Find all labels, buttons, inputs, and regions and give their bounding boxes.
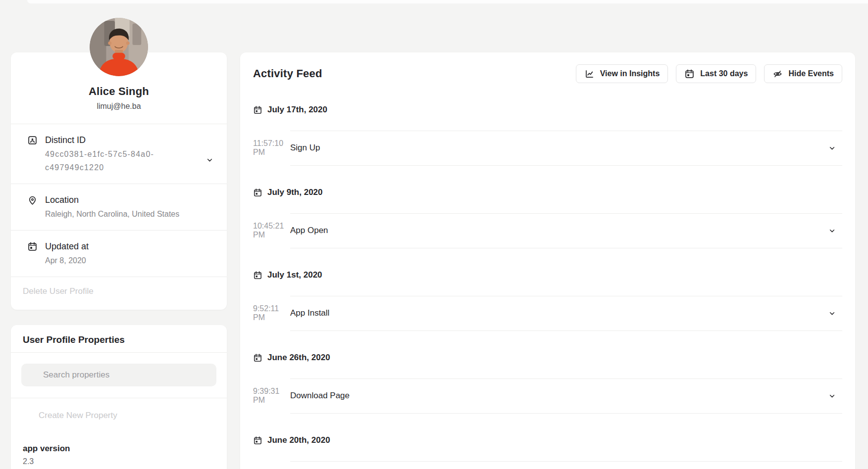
property-list: app version 2.3 [11,432,227,469]
event-time: 9:39:31 PM [253,387,290,405]
chevron-down-icon[interactable] [828,144,836,152]
property-item: app version 2.3 [11,432,227,466]
profile-fields: Distinct ID 49cc0381-e1fc-57c5-84a0-c497… [11,124,227,277]
id-card-icon [27,135,38,145]
date-header: July 17th, 2020 [253,100,842,120]
profile-field-label: Updated at [45,240,89,253]
profile-field-value: 49cc0381-e1fc-57c5-84a0-c497949c1220 [45,147,182,174]
event-time: 9:52:11 PM [253,304,290,322]
search-properties-box[interactable] [21,364,216,386]
user-name: Alice Singh [21,85,217,98]
button-label: View in Insights [600,69,660,78]
profile-field-label: Distinct ID [45,134,182,147]
divider [290,413,842,414]
chevron-down-icon[interactable] [828,309,836,318]
feed-date-group: July 1st, 2020 9:52:11 PM App Install [253,265,842,331]
delete-user-profile-button[interactable]: Delete User Profile [11,277,227,310]
feed-date-group: June 26th, 2020 9:39:31 PM Download Page [253,348,842,414]
properties-title: User Profile Properties [11,325,227,353]
calendar-icon [253,353,262,363]
search-icon [28,371,37,380]
profile-field-text: Location Raleigh, North Carolina, United… [45,193,179,221]
calendar-icon [27,241,38,252]
profile-field-value: Apr 8, 2020 [45,254,89,267]
activity-feed-header: Activity Feed View in Insights Last 30 d… [253,52,842,83]
top-scroll-band [27,0,868,3]
feed-groups: July 17th, 2020 11:57:10 PM Sign Up July… [253,100,842,462]
hide-events-button[interactable]: Hide Events [764,64,842,83]
date-label: July 17th, 2020 [267,105,327,115]
activity-feed-card: Activity Feed View in Insights Last 30 d… [240,52,855,469]
feed-actions: View in Insights Last 30 days Hide Event… [576,64,842,83]
property-item-wrap: app version 2.3 [11,432,227,469]
event-list: 9:52:11 PM App Install [253,296,842,330]
user-profile-properties-card: User Profile Properties Create New Prope… [11,325,227,469]
feed-date-group: June 20th, 2020 [253,430,842,462]
date-label: June 20th, 2020 [267,435,330,445]
insights-chart-icon [584,69,595,79]
last-30-days-button[interactable]: Last 30 days [676,64,756,83]
profile-field-updated-at: Updated at Apr 8, 2020 [11,230,227,277]
view-in-insights-button[interactable]: View in Insights [576,64,668,83]
profile-sidebar: Alice Singh limuj@he.ba Distinct ID 49cc… [11,52,227,469]
property-value: 2.3 [23,457,215,466]
profile-field-value: Raleigh, North Carolina, United States [45,207,179,221]
divider [290,165,842,166]
feed-date-group: July 17th, 2020 11:57:10 PM Sign Up [253,100,842,166]
chevron-down-icon[interactable] [828,392,836,400]
date-header: July 1st, 2020 [253,265,842,285]
button-label: Last 30 days [700,69,748,78]
search-properties-input[interactable] [43,370,210,380]
event-name: Download Page [290,391,350,401]
divider [290,248,842,248]
activity-feed-title: Activity Feed [253,67,322,80]
chevron-down-icon[interactable] [828,227,836,235]
create-new-property-label: Create New Property [39,411,117,421]
profile-field-label: Location [45,193,179,207]
event-list: 10:45:21 PM App Open [253,213,842,248]
button-label: Hide Events [788,69,834,78]
calendar-icon [253,105,262,115]
page-layout: Alice Singh limuj@he.ba Distinct ID 49cc… [11,52,855,469]
chevron-down-icon[interactable] [205,156,214,164]
date-header: June 26th, 2020 [253,348,842,368]
profile-field-text: Distinct ID 49cc0381-e1fc-57c5-84a0-c497… [45,134,182,174]
property-name: app version [23,444,215,454]
profile-field-distinct-id: Distinct ID 49cc0381-e1fc-57c5-84a0-c497… [11,124,227,184]
event-row[interactable]: 10:45:21 PM App Open [253,213,842,248]
calendar-icon [253,436,262,445]
divider [290,330,842,331]
event-name: Sign Up [290,143,320,153]
event-time: 10:45:21 PM [253,222,290,239]
event-list: 11:57:10 PM Sign Up [253,131,842,165]
map-pin-icon [27,195,38,205]
event-row[interactable]: 9:52:11 PM App Install [253,296,842,330]
date-label: July 9th, 2020 [267,188,323,197]
plus-icon [23,411,32,420]
user-profile-card: Alice Singh limuj@he.ba Distinct ID 49cc… [11,52,227,310]
date-label: July 1st, 2020 [267,270,322,280]
date-header: June 20th, 2020 [253,430,842,450]
date-label: June 26th, 2020 [267,353,330,363]
event-name: App Open [290,226,328,235]
calendar-icon [253,188,262,197]
event-list: 9:39:31 PM Download Page [253,378,842,413]
event-row[interactable]: 9:39:31 PM Download Page [253,378,842,413]
eye-off-icon [772,69,783,79]
event-time: 11:57:10 PM [253,139,290,157]
date-header: July 9th, 2020 [253,183,842,202]
event-name: App Install [290,308,329,318]
user-email: limuj@he.ba [21,102,217,111]
profile-field-text: Updated at Apr 8, 2020 [45,240,89,267]
calendar-icon [684,69,695,79]
event-row[interactable]: 11:57:10 PM Sign Up [253,131,842,165]
calendar-icon [253,271,262,280]
feed-date-group: July 9th, 2020 10:45:21 PM App Open [253,183,842,248]
avatar [90,18,148,76]
profile-field-location: Location Raleigh, North Carolina, United… [11,184,227,230]
divider [290,461,842,462]
create-new-property-button[interactable]: Create New Property [11,398,227,432]
